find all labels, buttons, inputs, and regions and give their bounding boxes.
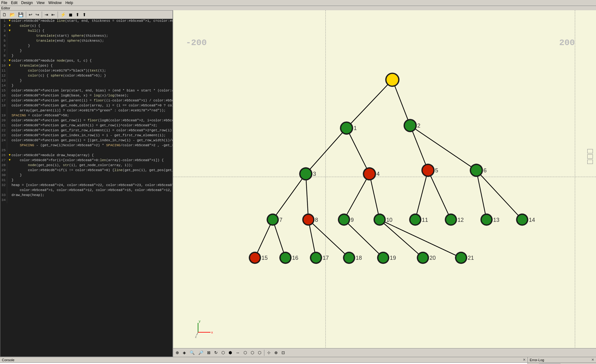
fold-button[interactable]: ▼ [8, 19, 12, 24]
code-editor[interactable]: 1▼color:#569cd6">module line(start, end,… [0, 19, 173, 357]
tree-node: 17 [310, 252, 329, 264]
code-text: color:#569cd6">module line(start, end, t… [12, 19, 173, 24]
fold-button[interactable]: ▼ [8, 153, 12, 158]
code-text: } [12, 44, 173, 49]
line-number: 21 [0, 124, 7, 128]
vp-btn-ortho[interactable]: ⊡ [280, 349, 286, 356]
code-line: 23 color:#569cd6">function get_index_in_… [0, 133, 173, 138]
code-text: color:#569cd6">module node(pos, t, c) { [12, 59, 173, 64]
axis-svg: y x z [195, 320, 214, 338]
vp-btn-10[interactable]: ⬡ [256, 349, 263, 356]
vp-btn-crosshair[interactable]: ⊕ [273, 349, 279, 356]
console-content[interactable]: Compiling design (CSG Products normaliza… [0, 363, 527, 364]
svg-point-21 [375, 215, 385, 225]
line-number: 30 [0, 173, 7, 178]
tree-edge [347, 80, 392, 128]
open-button[interactable]: 📂 [8, 11, 16, 18]
menu-design[interactable]: Design [21, 1, 33, 5]
svg-point-25 [446, 215, 456, 225]
3d-viewport[interactable]: -200 200 1234567891011121314151617181920… [173, 10, 596, 357]
line-number: 20 [0, 119, 7, 124]
node-label: 20 [429, 255, 436, 261]
svg-point-31 [250, 253, 260, 263]
code-text: node(get_pos(i), str(i), get_node_color(… [12, 163, 173, 168]
vp-btn-1[interactable]: ⊕ [174, 349, 181, 356]
menu-view[interactable]: View [36, 1, 45, 5]
tree-node: 15 [249, 252, 268, 264]
editor-toolbar: 🗋 📂 💾 ↩ ↪ ⇥ ⇤ ⚡ ◼ ⬆ ⬆ [0, 11, 173, 19]
code-text: translate(start) sphere(thickness); [12, 34, 173, 39]
vp-btn-7[interactable]: ↔ [234, 349, 241, 356]
console-close-button[interactable]: ✕ [523, 358, 526, 362]
fold-button [8, 104, 12, 109]
fold-button[interactable]: ▼ [8, 29, 12, 34]
fold-button[interactable]: ▼ [8, 24, 12, 29]
tree-edge [273, 174, 306, 220]
render-button[interactable]: ◼ [68, 11, 74, 18]
fold-button [8, 163, 12, 168]
tree-node [385, 72, 400, 87]
line-number: 11 [0, 69, 7, 74]
menu-edit[interactable]: Edit [11, 1, 17, 5]
vp-btn-fit[interactable]: ⊠ [206, 349, 212, 356]
tree-node: 4 [363, 167, 380, 181]
vp-btn-6[interactable]: ⬢ [227, 349, 234, 356]
node-label: 9 [351, 217, 354, 223]
errorlog-title: Error-Log [530, 358, 544, 362]
menu-file[interactable]: File [1, 1, 7, 5]
vp-sep [264, 350, 264, 356]
fold-button[interactable]: ▼ [8, 59, 12, 64]
node-label: 18 [356, 255, 362, 261]
svg-point-9 [364, 168, 375, 180]
code-line: 27▼ color:#569cd6">for(i=[color:#b5cea8"… [0, 158, 173, 163]
viewport-toolbar: ⊕ ◈ 🔍 🔎 ⊠ ↻ ⬡ ⬢ ↔ ⬡ ⬡ ⬡ ⊹ ⊕ ⊡ [173, 348, 596, 357]
indent-button[interactable]: ⇥ [43, 11, 50, 18]
code-text: color:#b5cea8">1, color:#b5cea8">12, col… [12, 188, 173, 193]
line-number: 5 [0, 39, 7, 44]
export-image-button[interactable]: ⬆ [81, 11, 88, 18]
node-label: 8 [315, 217, 318, 223]
fold-button[interactable]: ▼ [8, 64, 12, 69]
tree-node: 6 [470, 164, 487, 177]
vp-btn-zoom-out[interactable]: 🔎 [197, 349, 205, 356]
line-number: 31 [0, 178, 7, 183]
vp-btn-5[interactable]: ⬡ [220, 349, 226, 356]
vp-btn-2[interactable]: ◈ [181, 349, 187, 356]
tree-edge [369, 174, 380, 220]
fold-button [8, 49, 12, 54]
node-label: 4 [376, 171, 380, 177]
vp-btn-rotate[interactable]: ↻ [213, 349, 219, 356]
tree-node: 19 [377, 252, 396, 264]
errorlog-close-button[interactable]: ✕ [591, 358, 594, 362]
fold-button [8, 34, 12, 39]
code-text: SPACING = color:#b5cea8">50; [12, 114, 173, 119]
unindent-button[interactable]: ⇤ [50, 11, 56, 18]
code-line: 16 color:#569cd6">function logB(base, x)… [0, 94, 173, 99]
new-button[interactable]: 🗋 [1, 11, 8, 18]
export-stl-button[interactable]: ⬆ [74, 11, 81, 18]
preview-button[interactable]: ⚡ [59, 11, 67, 18]
vp-btn-8[interactable]: ⬡ [242, 349, 248, 356]
line-number: 4 [0, 34, 7, 39]
menu-window[interactable]: Window [48, 1, 62, 5]
vp-btn-zoom-in[interactable]: 🔍 [188, 349, 196, 356]
code-text: } [12, 173, 173, 178]
node-label: 13 [493, 217, 499, 223]
line-number: 29 [0, 168, 7, 173]
save-button[interactable]: 💾 [17, 11, 25, 18]
code-line: 4 translate(start) sphere(thickness); [0, 34, 173, 39]
tree-node: 18 [343, 252, 362, 264]
redo-button[interactable]: ↪ [34, 11, 40, 18]
code-line: 19 SPACING = color:#b5cea8">50; [0, 114, 173, 119]
code-line: 22 color:#569cd6">function get_first_row… [0, 128, 173, 133]
line-number: 3 [0, 29, 7, 34]
undo-button[interactable]: ↩ [27, 11, 34, 18]
menu-help[interactable]: Help [65, 1, 73, 5]
code-text: draw_heap(heap); [12, 193, 173, 198]
svg-point-1 [386, 74, 398, 86]
fold-button[interactable]: ▼ [8, 158, 12, 163]
code-text: color(c) { sphere(color:#b5cea8">5); } [12, 74, 173, 79]
fold-button [8, 124, 12, 128]
vp-btn-9[interactable]: ⬡ [249, 349, 256, 356]
vp-btn-axes[interactable]: ⊹ [266, 349, 272, 356]
